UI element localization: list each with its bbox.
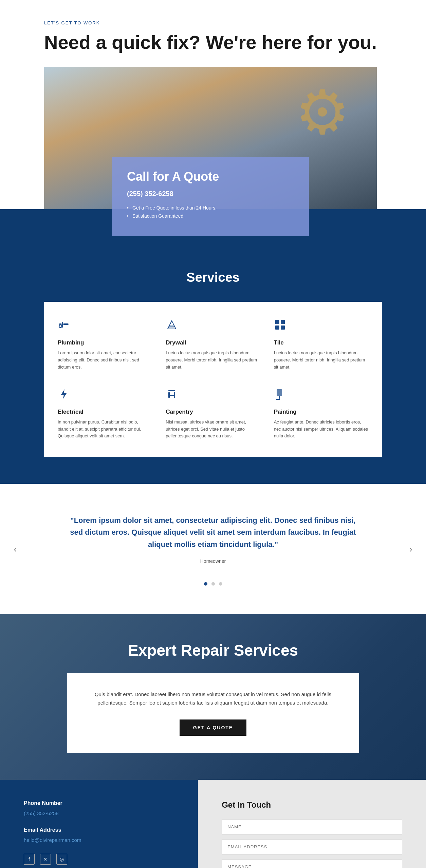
message-input[interactable] [222, 859, 402, 868]
svg-rect-16 [279, 396, 280, 399]
service-drywall-desc: Luctus lectus non quisque turpis bibendu… [166, 350, 260, 371]
quote-card: Call for A Quote (255) 352-6258 Get a Fr… [112, 157, 309, 236]
service-electrical: Electrical In non pulvinar purus. Curabi… [58, 388, 152, 440]
expert-card: Quis blandit erat. Donec laoreet libero … [67, 673, 359, 753]
drywall-icon [166, 319, 260, 334]
svg-rect-2 [63, 323, 69, 325]
email-value: hello@divirepairman.com [24, 837, 174, 843]
hero-title: Need a quick fix? We're here for you. [44, 32, 382, 53]
footer-right: Get In Touch SUBMIT [198, 780, 426, 868]
electrical-icon [58, 388, 152, 403]
quote-card-phone: (255) 352-6258 [127, 190, 294, 198]
service-plumbing-name: Plumbing [58, 339, 152, 346]
service-drywall-name: Drywall [166, 339, 260, 346]
service-carpentry-desc: Nisl massa, ultrices vitae ornare sit am… [166, 419, 260, 440]
facebook-icon[interactable]: f [24, 854, 35, 865]
email-input[interactable] [222, 839, 402, 854]
expert-desc: Quis blandit erat. Donec laoreet libero … [88, 690, 339, 707]
svg-rect-6 [275, 320, 279, 324]
service-carpentry: Carpentry Nisl massa, ultrices vitae orn… [166, 388, 260, 440]
services-title: Services [44, 270, 382, 285]
service-plumbing: Plumbing Lorem ipsum dolor sit amet, con… [58, 319, 152, 371]
testimonial-dots [44, 581, 382, 594]
tile-icon [274, 319, 368, 334]
contact-title: Get In Touch [222, 800, 402, 810]
service-painting: Painting Ac feugiat ante. Donec ultricie… [274, 388, 368, 440]
dot-3[interactable] [219, 582, 222, 586]
phone-value: (255) 352-6258 [24, 810, 174, 816]
instagram-icon[interactable]: ◎ [56, 854, 67, 865]
service-plumbing-desc: Lorem ipsum dolor sit amet, consectetur … [58, 350, 152, 371]
plumbing-icon [58, 319, 152, 334]
service-carpentry-name: Carpentry [166, 409, 260, 415]
footer-section: Phone Number (255) 352-6258 Email Addres… [0, 780, 426, 868]
svg-rect-9 [281, 326, 285, 330]
svg-rect-14 [168, 395, 175, 396]
carpentry-icon [166, 388, 260, 403]
svg-rect-11 [168, 390, 175, 391]
painting-icon [274, 388, 368, 403]
expert-content: Expert Repair Services Quis blandit erat… [44, 641, 382, 753]
twitter-x-icon[interactable]: ✕ [40, 854, 51, 865]
expert-title: Expert Repair Services [44, 641, 382, 659]
image-quote-wrapper: Call for A Quote (255) 352-6258 Get a Fr… [44, 67, 377, 209]
service-electrical-name: Electrical [58, 409, 152, 415]
prev-arrow[interactable]: ‹ [14, 544, 17, 554]
social-icons: f ✕ ◎ [24, 854, 174, 865]
quote-card-bullets: Get a Free Quote in less than 24 Hours. … [127, 205, 294, 219]
svg-rect-17 [276, 399, 280, 400]
quote-card-title: Call for A Quote [127, 170, 294, 184]
name-input[interactable] [222, 819, 402, 834]
svg-marker-10 [61, 389, 67, 399]
testimonial-section: "Lorem ipsum dolor sit amet, consectetur… [0, 484, 426, 614]
expert-section: Expert Repair Services Quis blandit erat… [0, 614, 426, 780]
email-label: Email Address [24, 827, 174, 833]
service-electrical-desc: In non pulvinar purus. Curabitur nisi od… [58, 419, 152, 440]
service-drywall: Drywall Luctus lectus non quisque turpis… [166, 319, 260, 371]
hero-section: LET'S GET TO WORK Need a quick fix? We'r… [0, 0, 426, 209]
service-painting-desc: Ac feugiat ante. Donec ultricies loborti… [274, 419, 368, 440]
phone-label: Phone Number [24, 800, 174, 806]
service-tile: Tile Luctus lectus non quisque turpis bi… [274, 319, 368, 371]
service-tile-name: Tile [274, 339, 368, 346]
service-painting-name: Painting [274, 409, 368, 415]
next-arrow[interactable]: › [409, 544, 412, 554]
dot-1[interactable] [204, 582, 207, 586]
services-grid: Plumbing Lorem ipsum dolor sit amet, con… [44, 302, 382, 457]
svg-rect-8 [275, 326, 279, 330]
testimonial-author: Homeowner [44, 558, 382, 564]
footer-left: Phone Number (255) 352-6258 Email Addres… [0, 780, 198, 868]
hero-eyebrow: LET'S GET TO WORK [44, 20, 382, 25]
services-section: Services Plumbing Lorem ipsum dolor sit … [0, 250, 426, 484]
bullet-1: Get a Free Quote in less than 24 Hours. [127, 205, 294, 211]
svg-rect-4 [169, 325, 174, 328]
svg-point-3 [59, 325, 62, 328]
bullet-2: Satisfaction Guaranteed. [127, 213, 294, 219]
svg-rect-7 [281, 320, 285, 324]
testimonial-text: "Lorem ipsum dolor sit amet, consectetur… [44, 514, 382, 550]
svg-rect-15 [277, 389, 282, 396]
get-quote-button[interactable]: GET A QUOTE [180, 719, 246, 736]
dot-2[interactable] [211, 582, 215, 586]
service-tile-desc: Luctus lectus non quisque turpis bibendu… [274, 350, 368, 371]
